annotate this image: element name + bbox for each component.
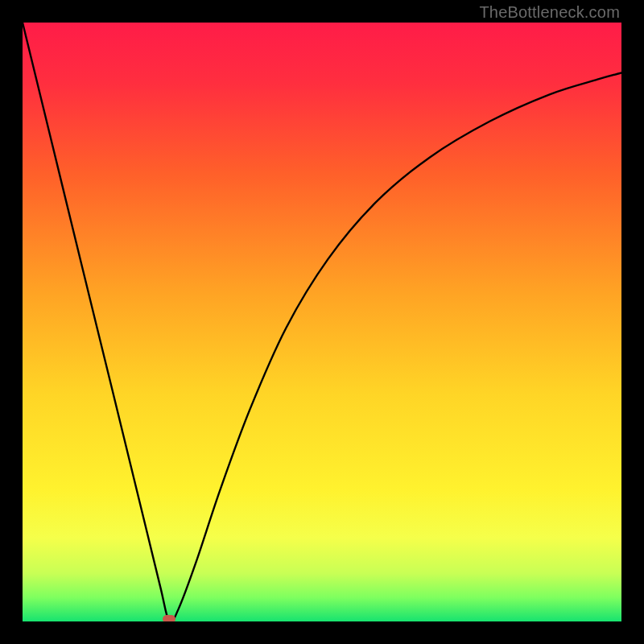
- optimal-point-marker: [163, 615, 175, 621]
- chart-frame: TheBottleneck.com: [0, 0, 644, 644]
- watermark-text: TheBottleneck.com: [479, 3, 620, 22]
- plot-area: [23, 23, 621, 621]
- bottleneck-curve: [23, 23, 621, 621]
